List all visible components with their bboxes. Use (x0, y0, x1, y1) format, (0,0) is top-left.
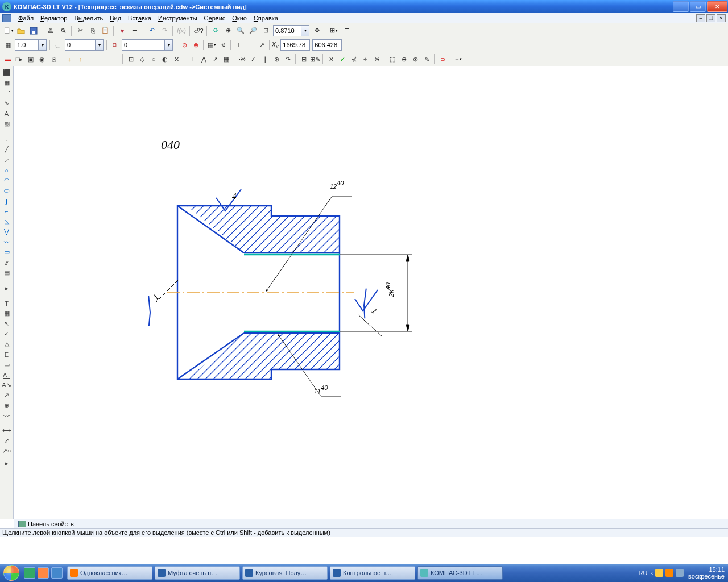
task-kontrolnoe[interactable]: Контрольное п… (330, 566, 415, 580)
plus-button[interactable]: +▾ (453, 54, 464, 64)
quick-launch-1[interactable] (24, 567, 35, 579)
axis-tool[interactable]: A↓ (2, 370, 12, 380)
menu-view[interactable]: Вид (106, 14, 125, 22)
zoom-combo[interactable]: ▾ (273, 25, 309, 36)
zoom-out-button[interactable]: 🔎 (247, 25, 259, 36)
snap-toggle-1[interactable]: ⊘ (179, 40, 189, 50)
aux-2-button[interactable]: ↑ (76, 54, 86, 64)
paste-button[interactable]: 📋 (100, 25, 111, 36)
start-button[interactable] (0, 564, 23, 582)
quick-launch-2[interactable] (38, 567, 49, 579)
preview-button[interactable]: 🔍︎ (57, 25, 69, 36)
tray-icon-3[interactable] (676, 569, 684, 577)
zoom-input[interactable] (274, 26, 301, 36)
new-doc-button[interactable]: ▾ (3, 25, 14, 36)
quick-launch-3[interactable] (51, 567, 63, 579)
menu-insert[interactable]: Вставка (125, 14, 155, 22)
cut-button[interactable]: ✂ (75, 25, 86, 36)
hatch-tool[interactable]: ▨ (2, 119, 12, 128)
mdi-restore-button[interactable]: ❐ (706, 14, 715, 22)
line-tool[interactable]: ╱ (2, 145, 12, 155)
step-combo[interactable]: ▾ (15, 39, 47, 51)
zoom-fit-button[interactable]: ⊡ (260, 25, 271, 36)
layers-button[interactable]: ≣ (341, 25, 352, 36)
obj-tan-button[interactable]: ✓ (337, 54, 348, 64)
obj-sel-button[interactable]: ⬚ (387, 54, 398, 64)
minimize-button[interactable]: — (673, 1, 689, 12)
snap-toggle-2[interactable]: ⊗ (191, 40, 201, 50)
arrow-tool[interactable]: ↗ (2, 390, 12, 400)
snap-mid-button[interactable]: ◇ (137, 54, 147, 64)
obj-tan2-button[interactable]: ⊀ (349, 54, 359, 64)
snap-end-button[interactable]: ⊡ (126, 54, 136, 64)
layer-mgr-icon[interactable]: ⧉ (110, 40, 120, 50)
close-button[interactable]: ✕ (707, 1, 727, 12)
menu-editor[interactable]: Редактор (37, 14, 71, 22)
menu-window[interactable]: Окно (229, 14, 250, 22)
step-input[interactable] (15, 40, 38, 50)
spline-tool[interactable]: ∿ (2, 98, 12, 108)
parallel-tool[interactable]: ⋁ (2, 227, 12, 236)
geometry-tool[interactable]: ⬛ (2, 68, 12, 77)
copy-props-button[interactable]: ♥ (117, 25, 128, 36)
taskbar-clock[interactable]: 15:11 воскресенье (688, 566, 725, 580)
obj-sel2-button[interactable]: ⊕ (399, 54, 409, 64)
tray-icon-1[interactable] (655, 569, 663, 577)
coord-x-field[interactable]: 1669.78 (280, 39, 310, 51)
tol-tool[interactable]: ▭ (2, 360, 12, 369)
obj-5-button[interactable]: ※ (371, 54, 382, 64)
stop-button[interactable]: ▬ (3, 54, 13, 64)
collapse-tool[interactable]: ▸ (2, 459, 12, 468)
snap-center-button[interactable]: ○ (148, 54, 159, 64)
pan-button[interactable]: ✥ (311, 25, 322, 36)
copy-button[interactable]: ⎘ (87, 25, 98, 36)
menu-service[interactable]: Сервис (201, 14, 229, 22)
cut-line-tool[interactable]: A↘ (2, 380, 12, 390)
zoom-in-button[interactable]: 🔍 (235, 25, 246, 36)
snap-near-button[interactable]: ⋀ (198, 54, 209, 64)
create-button[interactable]: □▸ (14, 54, 24, 64)
rough-tool[interactable]: ✓ (2, 329, 12, 339)
grid-button[interactable]: ▦▾ (206, 40, 217, 50)
drawing-canvas[interactable]: 040 (14, 66, 728, 519)
refresh-button[interactable]: ⟳ (210, 25, 221, 36)
tray-icon-2[interactable] (665, 569, 673, 577)
menu-help[interactable]: Справка (250, 14, 282, 22)
angle-combo[interactable]: ▾ (65, 39, 104, 51)
task-kompas[interactable]: КОМПАС-3D LT… (417, 566, 503, 580)
undo-button[interactable]: ↶ (146, 25, 158, 36)
task-mufta[interactable]: Муфта очень п… (155, 566, 240, 580)
mode-button[interactable]: ↗ (257, 40, 267, 50)
base-tool[interactable]: △ (2, 339, 12, 349)
lindim-tool[interactable]: ⟷ (2, 426, 12, 435)
curve-tool[interactable]: ∫ (2, 196, 12, 206)
obj-sel3-button[interactable]: ⊛ (410, 54, 420, 64)
mdi-close-button[interactable]: × (717, 14, 726, 22)
help-cursor-button[interactable]: ⮰? (193, 25, 204, 36)
angle-input[interactable] (65, 40, 95, 50)
expand-tool[interactable]: ▸ (2, 284, 12, 293)
properties-panel-tab[interactable]: Панель свойств (15, 521, 77, 527)
contour-tool[interactable]: 〰 (2, 237, 12, 247)
snap-par-button[interactable]: ∥ (260, 54, 270, 64)
magnet-button[interactable]: ⊃ (437, 54, 448, 64)
region-tool[interactable]: ▤ (2, 268, 12, 277)
table-tool[interactable]: ▦ (2, 309, 12, 318)
print-button[interactable]: 🖶 (45, 25, 56, 36)
properties-button[interactable]: ☰ (129, 25, 140, 36)
task-odnoklassniki[interactable]: Одноклассник… (67, 566, 152, 580)
maximize-button[interactable]: ▭ (690, 1, 706, 12)
layer-input[interactable] (122, 40, 164, 50)
ortho-button[interactable]: ⊥ (234, 40, 244, 50)
aux-line-tool[interactable]: ⋰ (2, 88, 12, 98)
wave-tool[interactable]: 〰 (2, 411, 12, 421)
brand-tool[interactable]: E (2, 350, 12, 359)
function-button[interactable]: f(x) (176, 25, 187, 36)
raddim-tool[interactable]: ↗○ (2, 446, 12, 456)
rect-tool[interactable]: ▭ (2, 247, 12, 257)
menu-file[interactable]: ФФайлайл (15, 14, 37, 22)
eye-toggle-button[interactable]: ◉ (37, 54, 47, 64)
obj-mir-button[interactable]: ⌖ (360, 54, 370, 64)
save-button[interactable] (28, 25, 39, 36)
auto-create-button[interactable]: ▣ (26, 54, 36, 64)
